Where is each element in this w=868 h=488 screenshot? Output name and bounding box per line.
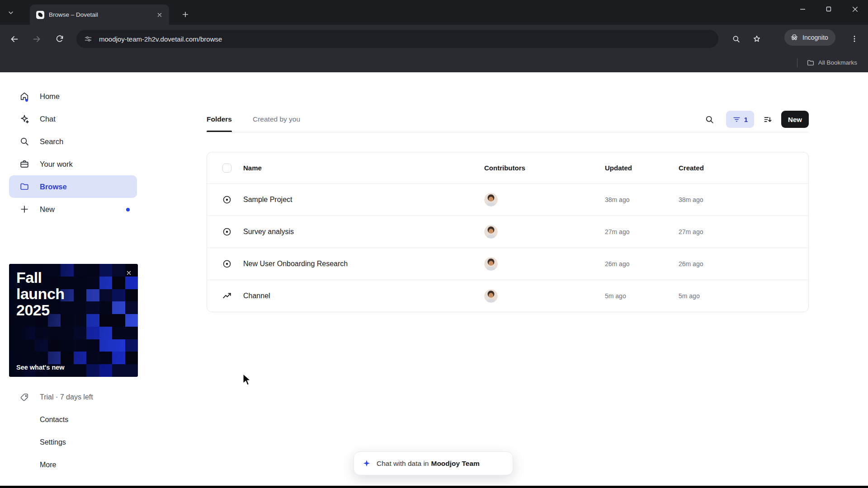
fall-launch-banner[interactable]: Fall launch 2025 See what's new <box>9 264 138 377</box>
filter-icon <box>732 115 741 124</box>
sidebar-item-label: Search <box>40 137 63 146</box>
sidebar-item-more[interactable]: More <box>9 454 137 476</box>
forward-button[interactable] <box>28 31 45 47</box>
column-header-contributors: Contributors <box>484 164 605 172</box>
table-row[interactable]: New User Onboarding Research 26m ago 26m… <box>207 248 808 280</box>
new-button[interactable]: New <box>781 111 809 128</box>
row-created: 27m ago <box>679 228 809 235</box>
browser-tab[interactable]: Browse – Dovetail <box>30 5 169 25</box>
incognito-icon <box>790 33 799 42</box>
row-name: Survey analysis <box>238 228 484 236</box>
row-updated: 26m ago <box>605 260 679 267</box>
contributor-avatar[interactable] <box>484 257 498 271</box>
sidebar-item-chat[interactable]: Chat <box>9 108 137 130</box>
table-header: Name Contributors Updated Created <box>207 152 808 183</box>
sort-button[interactable] <box>760 111 776 127</box>
dovetail-app: Home Chat Search Your work <box>0 72 868 486</box>
bookmark-star-icon[interactable] <box>749 31 765 47</box>
sidebar-item-new[interactable]: New <box>9 198 137 221</box>
window-controls <box>789 0 868 18</box>
tab-title: Browse – Dovetail <box>49 11 155 18</box>
sidebar-item-search[interactable]: Search <box>9 130 137 153</box>
sidebar-item-label: More <box>40 461 56 469</box>
banner-cta-link[interactable]: See what's new <box>16 364 65 371</box>
chevron-down-icon[interactable] <box>5 6 17 19</box>
chat-pill-team: Moodjoy Team <box>431 460 479 467</box>
home-notification-dot <box>25 99 28 102</box>
sidebar-item-label: Contacts <box>40 416 68 424</box>
select-all-checkbox[interactable] <box>222 164 231 173</box>
channel-icon <box>222 291 238 301</box>
reload-button[interactable] <box>52 31 68 47</box>
table-row[interactable]: Survey analysis 27m ago 27m ago <box>207 216 808 248</box>
search-icon <box>705 115 714 124</box>
table-row[interactable]: Channel 5m ago 5m ago <box>207 280 808 312</box>
trial-status[interactable]: Trial · 7 days left <box>9 386 137 408</box>
row-created: 26m ago <box>679 260 809 267</box>
sidebar-item-label: Home <box>40 92 60 101</box>
sidebar-footer: Trial · 7 days left Contacts Settings Mo… <box>9 386 137 476</box>
row-created: 5m ago <box>679 292 809 300</box>
contributor-avatar[interactable] <box>484 289 498 303</box>
sidebar-item-label: Settings <box>40 438 66 446</box>
table-body: Sample Project 38m ago 38m ago Survey an… <box>207 183 808 312</box>
row-name: New User Onboarding Research <box>238 260 484 268</box>
gear-icon <box>19 437 30 447</box>
row-updated: 38m ago <box>605 196 679 203</box>
site-settings-icon[interactable] <box>84 34 93 43</box>
search-button[interactable] <box>701 111 717 127</box>
tag-icon <box>19 393 30 402</box>
table-row[interactable]: Sample Project 38m ago 38m ago <box>207 183 808 216</box>
tab-close-icon[interactable] <box>155 10 165 20</box>
column-header-updated: Updated <box>605 164 679 172</box>
folders-table: Name Contributors Updated Created Sample… <box>207 152 809 312</box>
zoom-icon[interactable] <box>728 31 744 47</box>
banner-close-icon[interactable] <box>123 267 134 278</box>
plus-icon <box>19 204 30 214</box>
sidebar-item-label: New <box>40 205 55 214</box>
incognito-badge: Incognito <box>784 29 835 46</box>
banner-title: Fall launch 2025 <box>16 269 89 318</box>
incognito-label: Incognito <box>802 34 828 41</box>
chat-with-data-pill[interactable]: Chat with data inMoodjoy Team <box>354 451 513 475</box>
row-updated: 27m ago <box>605 228 679 235</box>
close-button[interactable] <box>842 0 868 18</box>
search-icon <box>19 136 30 146</box>
new-notification-dot <box>126 208 130 211</box>
menu-lines-icon <box>19 460 30 470</box>
sidebar-item-settings[interactable]: Settings <box>9 431 137 454</box>
tab-folders[interactable]: Folders <box>207 106 232 132</box>
browser-window: Browse – Dovetail <box>0 0 868 488</box>
folder-icon <box>807 59 815 67</box>
home-icon <box>19 91 30 101</box>
url-text: moodjoy-team-2h2v.dovetail.com/browse <box>99 35 222 43</box>
all-bookmarks-button[interactable]: All Bookmarks <box>807 59 857 67</box>
column-header-created: Created <box>679 164 809 172</box>
contributor-avatar[interactable] <box>484 225 498 239</box>
trial-label: Trial · 7 days left <box>40 393 93 401</box>
folder-icon <box>19 182 30 192</box>
maximize-button[interactable] <box>816 0 842 18</box>
bottom-edge <box>0 486 868 488</box>
contributor-avatar[interactable] <box>484 193 498 206</box>
contacts-icon <box>19 415 30 425</box>
sparkle-icon <box>19 114 30 124</box>
tab-created-by-you[interactable]: Created by you <box>253 106 300 132</box>
sidebar-item-contacts[interactable]: Contacts <box>9 408 137 431</box>
sidebar-item-your-work[interactable]: Your work <box>9 153 137 175</box>
bookmarks-bar: All Bookmarks <box>0 53 868 72</box>
sidebar-item-label: Your work <box>40 160 73 169</box>
sidebar-item-home[interactable]: Home <box>9 85 137 108</box>
sidebar-item-label: Browse <box>40 183 67 191</box>
new-tab-button[interactable] <box>179 8 192 21</box>
project-icon <box>222 259 238 269</box>
briefcase-icon <box>19 159 30 169</box>
address-bar[interactable]: moodjoy-team-2h2v.dovetail.com/browse <box>76 30 718 48</box>
sidebar: Home Chat Search Your work <box>9 85 137 221</box>
back-button[interactable] <box>6 31 22 47</box>
sidebar-item-browse[interactable]: Browse <box>9 175 137 198</box>
browser-chrome: Browse – Dovetail <box>0 0 868 72</box>
browser-menu-icon[interactable] <box>846 31 863 47</box>
filter-button[interactable]: 1 <box>726 111 754 128</box>
minimize-button[interactable] <box>789 0 816 18</box>
